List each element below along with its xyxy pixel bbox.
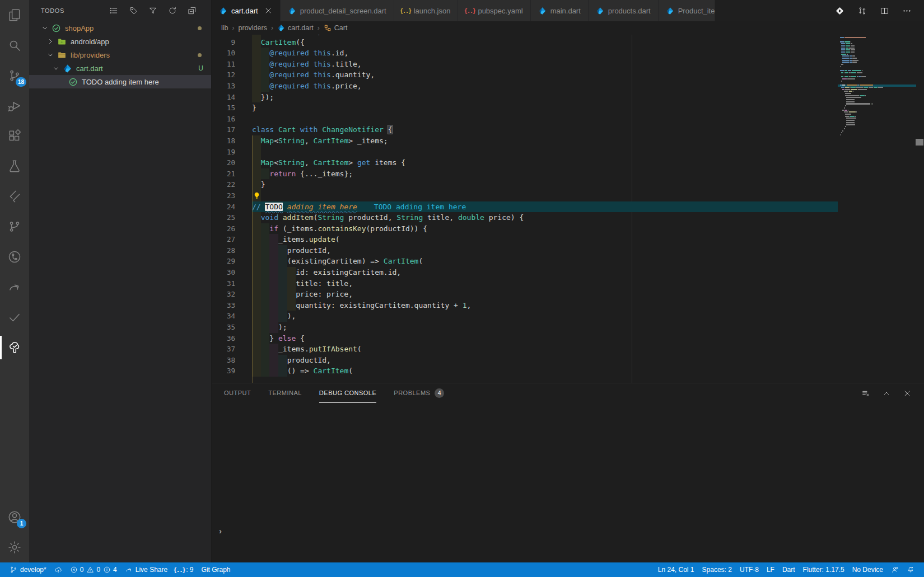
code-line-29[interactable]: 29 (existingCartitem) => CartItem( <box>212 256 924 267</box>
statusbar-flutter-version[interactable]: Flutter: 1.17.5 <box>799 566 848 574</box>
activitybar-item-run-debug[interactable] <box>0 91 29 121</box>
activitybar-item-git-history[interactable] <box>0 242 29 272</box>
code-line-26[interactable]: 26 if (_items.containsKey(productId)) { <box>212 223 924 234</box>
statusbar-notifications[interactable] <box>903 566 918 574</box>
close-panel-icon[interactable] <box>903 389 912 398</box>
statusbar-snippets[interactable]: {..}: 9 <box>171 562 197 577</box>
tree-chevron-icon[interactable] <box>40 24 49 32</box>
statusbar-sync[interactable] <box>50 562 66 577</box>
code-line-10[interactable]: 10 @required this.id, <box>212 48 924 59</box>
statusbar-git-branch[interactable]: develop* <box>6 562 50 577</box>
activitybar-item-extensions[interactable] <box>0 121 29 151</box>
activitybar-item-search[interactable] <box>0 30 29 60</box>
statusbar-eol[interactable]: LF <box>763 566 778 574</box>
tree-item[interactable]: cart.dartU <box>29 62 211 75</box>
code-line-37[interactable]: 37 _items.putIfAbsent( <box>212 344 924 355</box>
code-line-38[interactable]: 38 productId, <box>212 355 924 366</box>
collapse-all-icon[interactable] <box>188 6 197 15</box>
code-line-34[interactable]: 34 ), <box>212 311 924 322</box>
code-line-21[interactable]: 21 return {..._items}; <box>212 168 924 180</box>
maximize-panel-icon[interactable] <box>882 389 891 398</box>
filter-icon[interactable] <box>148 6 157 15</box>
statusbar-live-share[interactable]: Live Share <box>121 562 171 577</box>
tree-item[interactable]: shopApp <box>29 21 211 35</box>
tab-launch-json[interactable]: {..}launch.json <box>394 0 459 21</box>
code-line-14[interactable]: 14 }); <box>212 92 924 103</box>
activitybar-item-testing[interactable] <box>0 151 29 181</box>
statusbar-cursor-position[interactable]: Ln 24, Col 1 <box>654 566 698 574</box>
lightbulb-icon[interactable] <box>253 191 261 200</box>
code-line-36[interactable]: 36 } else { <box>212 333 924 344</box>
code-line-13[interactable]: 13 @required this.price, <box>212 81 924 92</box>
code-line-15[interactable]: 15} <box>212 102 924 114</box>
tab-close-icon[interactable] <box>264 6 273 15</box>
breadcrumb-item-cart[interactable]: Cart <box>324 24 348 32</box>
code-line-19[interactable]: 19 <box>212 147 924 158</box>
code-line-20[interactable]: 20 Map<String, CartItem> get items { <box>212 157 924 168</box>
code-line-31[interactable]: 31 title: title, <box>212 278 924 289</box>
tab-pubspec-yaml[interactable]: {..}pubspec.yaml <box>458 0 530 21</box>
breadcrumb-item-cart-dart[interactable]: cart.dart <box>277 24 314 32</box>
breadcrumb-item-lib[interactable]: lib <box>221 24 228 32</box>
clear-console-icon[interactable] <box>861 389 870 398</box>
panel-tab-output[interactable]: OUTPUT <box>224 383 251 403</box>
code-line-12[interactable]: 12 @required this.quantity, <box>212 69 924 81</box>
split-editor-icon[interactable] <box>880 6 889 16</box>
code-line-32[interactable]: 32 price: price, <box>212 289 924 300</box>
code-line-30[interactable]: 30 id: existingCartitem.id, <box>212 267 924 278</box>
tree-chevron-icon[interactable] <box>46 37 55 46</box>
code-line-9[interactable]: 9 CartItem({ <box>212 37 924 48</box>
editor-scrollbar[interactable] <box>916 139 923 146</box>
statusbar-git-graph[interactable]: Git Graph <box>198 562 235 577</box>
code-line-39[interactable]: 39 () => CartItem( <box>212 365 924 377</box>
tree-chevron-icon[interactable] <box>46 50 55 59</box>
code-line-27[interactable]: 27 _items.update( <box>212 234 924 245</box>
statusbar-feedback[interactable] <box>887 566 903 574</box>
tab-cart-dart[interactable]: cart.dart <box>212 0 281 21</box>
activitybar-item-tasks[interactable] <box>0 302 29 332</box>
activitybar-item-git-fork[interactable] <box>0 212 29 242</box>
panel-tab-problems[interactable]: PROBLEMS4 <box>394 383 444 403</box>
activitybar-item-source-control[interactable]: 18 <box>0 60 29 91</box>
tree-item[interactable]: android/app <box>29 35 211 48</box>
code-line-28[interactable]: 28 productId, <box>212 245 924 256</box>
tab-main-dart[interactable]: main.dart <box>531 0 589 21</box>
statusbar-encoding[interactable]: UTF-8 <box>736 566 763 574</box>
panel-tab-terminal[interactable]: TERMINAL <box>268 383 302 403</box>
code-line-24[interactable]: 24// TODO adding item hereTODO adding it… <box>212 201 924 213</box>
code-line-23[interactable]: 23 <box>212 190 924 201</box>
statusbar-language-mode[interactable]: Dart <box>778 566 799 574</box>
show-tags-icon[interactable] <box>129 6 138 15</box>
tree-chevron-icon[interactable] <box>52 64 60 73</box>
panel-tab-debug-console[interactable]: DEBUG CONSOLE <box>319 383 376 403</box>
tree-item[interactable]: lib/providers <box>29 48 211 62</box>
more-actions-icon[interactable] <box>902 6 912 16</box>
code-line-18[interactable]: 18 Map<String, CartItem> _items; <box>212 135 924 147</box>
tab-products-dart[interactable]: products.dart <box>589 0 659 21</box>
code-line-35[interactable]: 35 ); <box>212 322 924 333</box>
tree-item[interactable]: TODO adding item here <box>29 75 211 88</box>
breadcrumb-item-providers[interactable]: providers <box>239 24 267 32</box>
code-line-17[interactable]: 17class Cart with ChangeNotifier { <box>212 124 924 135</box>
tab-product-ite[interactable]: Product_ite <box>659 0 716 21</box>
minimap[interactable] <box>838 37 916 171</box>
activitybar-item-settings[interactable] <box>0 532 29 562</box>
code-line-16[interactable]: 16 <box>212 114 924 125</box>
code-line-11[interactable]: 11 @required this.title, <box>212 59 924 70</box>
tab-product-detail-screen-dart[interactable]: product_detail_screen.dart <box>281 0 394 21</box>
statusbar-indentation[interactable]: Spaces: 2 <box>698 566 736 574</box>
view-as-list-icon[interactable] <box>109 6 118 15</box>
activitybar-item-todo-tree[interactable] <box>0 332 29 363</box>
code-line-22[interactable]: 22 } <box>212 179 924 190</box>
activitybar-item-accounts[interactable]: 1 <box>0 502 29 532</box>
statusbar-problems[interactable]: 004 <box>66 562 121 577</box>
activitybar-item-explorer[interactable] <box>0 0 29 30</box>
statusbar-device[interactable]: No Device <box>848 566 887 574</box>
open-changes-icon[interactable] <box>857 6 867 16</box>
run-dart-devtools-icon[interactable] <box>835 6 844 16</box>
activitybar-item-live-share[interactable] <box>0 272 29 302</box>
code-line-25[interactable]: 25 void addItem(String productId, String… <box>212 212 924 223</box>
code-editor[interactable]: 8 final double price;9 CartItem({10 @req… <box>212 35 924 383</box>
activitybar-item-flutter[interactable] <box>0 181 29 212</box>
code-line-33[interactable]: 33 quantity: existingCartitem.quantity +… <box>212 300 924 311</box>
